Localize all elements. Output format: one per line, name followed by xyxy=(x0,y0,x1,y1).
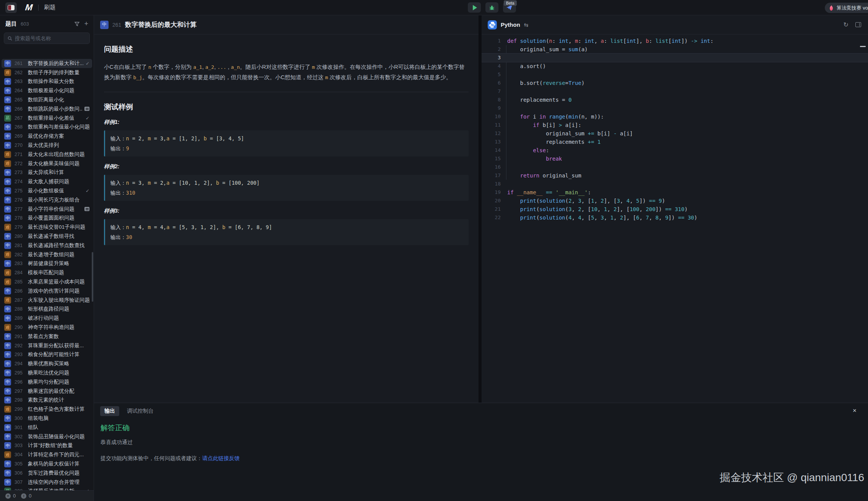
problem-list-item[interactable]: 中307连续空闲内存合并管理 xyxy=(2,478,92,487)
code-line[interactable]: 19if __name__ == '__main__': xyxy=(482,188,868,197)
problem-list-item[interactable]: 中276最小周长巧克力板组合 xyxy=(2,195,92,205)
problem-list-item[interactable]: 易267数组重排最小化差值✓ xyxy=(2,114,92,123)
problem-list-item[interactable]: 中283树苗健康提升策略 xyxy=(2,259,92,268)
line-number: 22 xyxy=(482,213,501,222)
result-message: 恭喜成功通过 xyxy=(101,439,868,446)
problem-list-item[interactable]: 难285水果店果篮最小成本问题 xyxy=(2,277,92,286)
problem-list-item[interactable]: 难271最大化未出现自然数问题 xyxy=(2,150,92,159)
feedback-link[interactable]: 请点此链接反馈 xyxy=(202,455,240,461)
problem-list-item[interactable]: 中297糖果迷宫的最优分配 xyxy=(2,387,92,396)
problem-list-item[interactable]: 中306货车过路费最优化问题 xyxy=(2,468,92,478)
problem-list-item[interactable]: 中288矩形棋盘路径问题 xyxy=(2,305,92,314)
problem-list-item[interactable]: 中301组队 xyxy=(2,423,92,432)
problem-title: 粮食分配的可能性计算 xyxy=(28,351,89,358)
problem-list-item[interactable]: 中305象棋马的最大权值计算 xyxy=(2,459,92,468)
problem-list-item[interactable]: 中277最小字符串价值问题 xyxy=(2,205,92,214)
problem-list-item[interactable]: 中303计算"好数组"的数量 xyxy=(2,441,92,450)
problem-description-area[interactable]: 问题描述 小C在白板上写了 n 个数字，分别为 a_1, a_2, ... , … xyxy=(94,34,479,403)
code-line[interactable]: 17 return original_sum xyxy=(482,171,868,180)
code-line[interactable]: 8 replacements = 0 xyxy=(482,96,868,104)
code-line[interactable]: 12 original_sum += b[i] - a[i] xyxy=(482,129,868,138)
tab-output[interactable]: 输出 xyxy=(100,406,119,416)
problem-list-item[interactable]: 难299红色格子染色方案数计算 xyxy=(2,405,92,414)
problem-list-item[interactable]: 中275最小化数组极值✓ xyxy=(2,186,92,195)
inline-code: m xyxy=(312,64,315,70)
problem-list-item[interactable]: 难279最长连续交替01子串问题 xyxy=(2,223,92,232)
problem-list-item[interactable]: 易308选择题反选效果分析✓ xyxy=(2,486,92,490)
problem-list-item[interactable]: 中296糖果均匀分配问题 xyxy=(2,377,92,387)
problem-list-item[interactable]: 中298素数元素的统计 xyxy=(2,395,92,405)
code-editor[interactable]: 1def solution(n: int, m: int, a: list[in… xyxy=(482,34,868,403)
problem-list-item[interactable]: 难284模板串匹配问题 xyxy=(2,268,92,277)
problem-list-item[interactable]: 中293粮食分配的可能性计算 xyxy=(2,350,92,359)
problem-title: 最大优美排列 xyxy=(28,142,89,149)
code-line[interactable]: 21 print(solution(3, 2, [10, 1, 2], [100… xyxy=(482,205,868,213)
problem-list-item[interactable]: 中295糖果吃法优化问题 xyxy=(2,368,92,377)
reset-code-button[interactable]: ↻ xyxy=(844,21,849,28)
contest-entry-button[interactable]: 算法竞技赛 vo xyxy=(825,3,868,13)
code-line[interactable]: 13 replacements += 1 xyxy=(482,138,868,146)
code-line[interactable]: 20 print(solution(2, 3, [1, 2], [3, 4, 5… xyxy=(482,197,868,205)
problem-list-item[interactable]: 中264数组极差最小化问题 xyxy=(2,86,92,95)
sidebar-scrollbar[interactable] xyxy=(92,252,93,302)
code-line[interactable]: 10 for i in range(min(n, m)): xyxy=(482,112,868,121)
problem-list-item[interactable]: 难272最大化糖果美味值问题 xyxy=(2,159,92,168)
search-box[interactable] xyxy=(4,33,90,44)
layout-split-button[interactable] xyxy=(855,22,861,27)
tab-debug-console[interactable]: 调试控制台 xyxy=(127,408,154,415)
problem-list-item[interactable]: 中266数组跳跃的最小步数问... xyxy=(2,104,92,114)
code-line[interactable]: 18 xyxy=(482,180,868,188)
difficulty-badge: 难 xyxy=(4,251,11,258)
switch-language-icon[interactable]: ⇆ xyxy=(524,22,529,28)
problem-list-item[interactable]: 中263数组操作和最大分数 xyxy=(2,77,92,86)
problem-list-item[interactable]: 难304计算特定条件下的四元... xyxy=(2,450,92,459)
debug-button[interactable] xyxy=(485,2,498,13)
code-line[interactable]: 1def solution(n: int, m: int, a: list[in… xyxy=(482,37,868,45)
problem-list-item[interactable]: 中280最长递减子数组寻找 xyxy=(2,232,92,241)
problem-list-item[interactable]: 难262数组子序列的排列数量 xyxy=(2,68,92,77)
code-line[interactable]: 2 original_sum = sum(a) xyxy=(482,45,868,54)
code-line[interactable]: 4 a.sort() xyxy=(482,62,868,70)
problem-number: 270 xyxy=(15,143,25,148)
close-console-icon[interactable]: × xyxy=(853,407,857,415)
problem-list-item[interactable]: 中292算珠重新分配以获得最... xyxy=(2,341,92,350)
problem-list-item[interactable]: 中300组装电脑 xyxy=(2,414,92,423)
filter-button[interactable] xyxy=(75,22,79,26)
code-line[interactable]: 6 b.sort(reverse=True) xyxy=(482,79,868,87)
problem-list-item[interactable]: 难287火车驶入驶出顺序验证问题 xyxy=(2,296,92,305)
problem-list-item[interactable]: 中265数组距离最小化 xyxy=(2,95,92,104)
code-line[interactable]: 5 xyxy=(482,70,868,79)
difficulty-badge: 中 xyxy=(4,424,11,431)
difficulty-badge: 中 xyxy=(4,187,11,194)
problem-list-item[interactable]: 难290神奇字符串构造问题 xyxy=(2,323,92,332)
code-line[interactable]: 11 if b[i] > a[i]: xyxy=(482,121,868,129)
problem-list-item[interactable]: 中278最小覆盖圆面积问题 xyxy=(2,214,92,223)
problem-list-item[interactable]: 中294糖果优惠购买策略 xyxy=(2,359,92,368)
problem-list-item[interactable]: 中274最大敌人捕获问题 xyxy=(2,177,92,186)
problem-list-item[interactable]: 中270最大优美排列 xyxy=(2,141,92,150)
problem-list-item[interactable]: 中302装饰品丑陋值最小化问题 xyxy=(2,432,92,441)
problem-list-item[interactable]: 中281最长递减路径节点数查找 xyxy=(2,241,92,250)
code-line[interactable]: 3 xyxy=(482,54,868,62)
code-line[interactable]: 9 xyxy=(482,104,868,112)
problem-list-item[interactable]: 中286游戏中的伤害计算问题 xyxy=(2,286,92,296)
marscode-logo[interactable]: M xyxy=(25,2,33,13)
run-button[interactable] xyxy=(468,2,481,13)
problem-title: 计算"好数组"的数量 xyxy=(28,442,89,449)
code-line[interactable]: 15 break xyxy=(482,155,868,163)
code-line[interactable]: 22 print(solution(4, 4, [5, 3, 1, 2], [6… xyxy=(482,213,868,222)
problem-list-item[interactable]: 中261数字替换后的最大和计...✓ xyxy=(2,59,92,68)
problem-list-item[interactable]: 中269最优化存储方案 xyxy=(2,132,92,141)
app-title: 刷题 xyxy=(44,4,55,11)
problem-list-item[interactable]: 中268数组重构与差值最小化问题 xyxy=(2,123,92,132)
code-line[interactable]: 16 xyxy=(482,163,868,171)
search-input[interactable] xyxy=(15,36,86,41)
code-line[interactable]: 14 else: xyxy=(482,146,868,155)
problem-list-item[interactable]: 中291禁着点方案数 xyxy=(2,332,92,341)
add-problem-button[interactable]: + xyxy=(84,20,88,28)
problem-list-item[interactable]: 中273最大异或和计算 xyxy=(2,168,92,177)
problem-list-item[interactable]: 难282最长递增子数组问题 xyxy=(2,250,92,259)
code-line[interactable]: 7 xyxy=(482,87,868,96)
sidebar-toggle-button[interactable] xyxy=(5,2,17,13)
problem-list-item[interactable]: 中289破冰行动问题 xyxy=(2,314,92,323)
